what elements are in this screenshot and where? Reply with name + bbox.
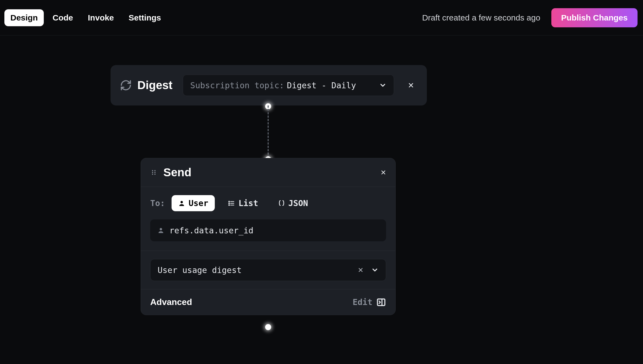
svg-point-15 xyxy=(229,203,230,204)
digest-title: Digest xyxy=(137,79,172,92)
svg-point-6 xyxy=(152,174,153,175)
subscription-topic-select[interactable]: Subscription topic: Digest - Daily xyxy=(183,75,394,96)
advanced-row: Advanced Edit xyxy=(141,289,395,315)
list-icon xyxy=(228,200,235,207)
recipient-mode-list[interactable]: List xyxy=(221,195,265,211)
chevron-down-icon xyxy=(379,81,387,89)
svg-point-16 xyxy=(229,205,230,206)
drag-handle-icon[interactable] xyxy=(150,169,157,176)
recipient-section: To: User List JSO xyxy=(141,187,395,251)
top-bar: Design Code Invoke Settings Draft create… xyxy=(0,0,643,36)
send-close-button[interactable] xyxy=(381,170,386,175)
svg-rect-20 xyxy=(378,299,385,306)
publish-button[interactable]: Publish Changes xyxy=(551,8,638,27)
recipient-user-field[interactable]: refs.data.user_id xyxy=(150,219,386,241)
braces-icon xyxy=(278,200,285,207)
chevron-down-icon xyxy=(371,266,379,274)
send-title: Send xyxy=(163,166,375,179)
svg-point-14 xyxy=(229,201,230,202)
topic-value: Digest - Daily xyxy=(287,81,369,90)
svg-point-7 xyxy=(154,174,155,175)
recipient-mode-row: To: User List JSO xyxy=(150,195,386,211)
draft-status: Draft created a few seconds ago xyxy=(422,13,540,22)
output-port[interactable] xyxy=(265,324,271,330)
digest-close-button[interactable] xyxy=(404,79,418,92)
recipient-mode-user[interactable]: User xyxy=(172,195,215,211)
template-select[interactable]: User usage digest xyxy=(150,259,386,281)
close-icon xyxy=(358,267,363,273)
edit-label: Edit xyxy=(353,297,372,307)
template-clear-button[interactable] xyxy=(358,267,363,273)
svg-point-2 xyxy=(152,170,153,171)
recipient-mode-json-label: JSON xyxy=(288,198,308,208)
connector-line xyxy=(268,105,269,158)
tab-code[interactable]: Code xyxy=(47,9,79,26)
svg-point-10 xyxy=(181,201,183,203)
tab-design[interactable]: Design xyxy=(4,9,44,26)
workflow-canvas[interactable]: Digest Subscription topic: Digest - Dail… xyxy=(0,36,643,364)
user-icon xyxy=(157,227,164,234)
send-header: Send xyxy=(141,158,395,187)
svg-point-17 xyxy=(160,228,162,230)
svg-point-3 xyxy=(154,170,155,171)
close-icon xyxy=(381,170,386,175)
recipient-mode-user-label: User xyxy=(189,198,208,208)
nav-tabs: Design Code Invoke Settings xyxy=(4,9,167,26)
to-label: To: xyxy=(150,198,165,208)
svg-point-4 xyxy=(152,172,153,173)
user-icon xyxy=(178,200,185,207)
topic-label: Subscription topic: xyxy=(190,81,284,90)
node-send[interactable]: Send To: User xyxy=(141,158,396,315)
close-icon xyxy=(408,82,414,88)
edit-button[interactable]: Edit xyxy=(353,297,386,307)
advanced-label: Advanced xyxy=(150,297,353,307)
node-digest[interactable]: Digest Subscription topic: Digest - Dail… xyxy=(111,65,427,105)
template-value: User usage digest xyxy=(158,265,358,275)
tab-invoke[interactable]: Invoke xyxy=(82,9,120,26)
refresh-cycle-icon xyxy=(120,79,132,91)
recipient-user-value: refs.data.user_id xyxy=(169,226,253,235)
svg-point-5 xyxy=(154,172,155,173)
template-section: User usage digest xyxy=(141,251,395,289)
panel-right-icon xyxy=(376,297,386,307)
recipient-mode-json[interactable]: JSON xyxy=(271,195,315,211)
recipient-mode-list-label: List xyxy=(238,198,258,208)
tab-settings[interactable]: Settings xyxy=(123,9,167,26)
